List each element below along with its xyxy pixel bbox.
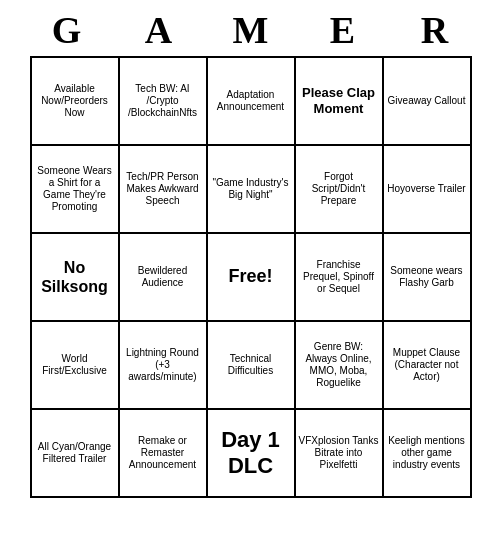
bingo-cell-r3c2[interactable]: Technical Difficulties (208, 322, 296, 410)
bingo-cell-r2c1[interactable]: Bewildered Audience (120, 234, 208, 322)
bingo-cell-r0c0[interactable]: Available Now/Preorders Now (32, 58, 120, 146)
bingo-cell-r4c4[interactable]: Keeligh mentions other game industry eve… (384, 410, 472, 498)
bingo-cell-r4c2[interactable]: Day 1 DLC (208, 410, 296, 498)
bingo-cell-r0c4[interactable]: Giveaway Callout (384, 58, 472, 146)
bingo-cell-r3c1[interactable]: Lightning Round (+3 awards/minute) (120, 322, 208, 410)
bingo-cell-r2c3[interactable]: Franchise Prequel, Spinoff or Sequel (296, 234, 384, 322)
bingo-cell-r1c3[interactable]: Forgot Script/Didn't Prepare (296, 146, 384, 234)
header-letter-r: R (391, 8, 479, 52)
bingo-cell-r3c0[interactable]: World First/Exclusive (32, 322, 120, 410)
bingo-cell-r0c3[interactable]: Please Clap Moment (296, 58, 384, 146)
bingo-cell-r3c3[interactable]: Genre BW: Always Online, MMO, Moba, Rogu… (296, 322, 384, 410)
header-letter-g: G (23, 8, 111, 52)
bingo-grid: Available Now/Preorders NowTech BW: AI /… (30, 56, 472, 498)
bingo-cell-r0c1[interactable]: Tech BW: AI /Crypto /BlockchainNfts (120, 58, 208, 146)
bingo-cell-r1c0[interactable]: Someone Wears a Shirt for a Game They're… (32, 146, 120, 234)
bingo-cell-r2c0[interactable]: No Silksong (32, 234, 120, 322)
header-letter-a: A (115, 8, 203, 52)
bingo-cell-r1c1[interactable]: Tech/PR Person Makes Awkward Speech (120, 146, 208, 234)
bingo-header: GAMER (0, 0, 501, 56)
header-letters: GAMER (21, 8, 481, 52)
bingo-cell-r4c0[interactable]: All Cyan/Orange Filtered Trailer (32, 410, 120, 498)
bingo-cell-r1c2[interactable]: "Game Industry's Big Night" (208, 146, 296, 234)
header-letter-e: E (299, 8, 387, 52)
bingo-cell-r2c2[interactable]: Free! (208, 234, 296, 322)
bingo-cell-r3c4[interactable]: Muppet Clause (Character not Actor) (384, 322, 472, 410)
bingo-cell-r2c4[interactable]: Someone wears Flashy Garb (384, 234, 472, 322)
bingo-cell-r1c4[interactable]: Hoyoverse Trailer (384, 146, 472, 234)
header-letter-m: M (207, 8, 295, 52)
bingo-cell-r4c1[interactable]: Remake or Remaster Announcement (120, 410, 208, 498)
bingo-cell-r4c3[interactable]: VFXplosion Tanks Bitrate into Pixelfetti (296, 410, 384, 498)
bingo-cell-r0c2[interactable]: Adaptation Announcement (208, 58, 296, 146)
